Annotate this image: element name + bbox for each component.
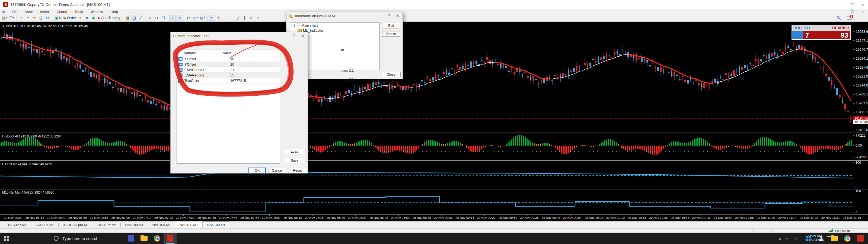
menu-charts[interactable]: Charts [53,10,71,14]
chart-area[interactable]: 16253.6016247.1516240.7016234.1016227.65… [0,22,868,221]
zoom-in-button[interactable]: ⊕ [147,15,153,21]
favorites-button[interactable]: ★ [31,15,37,21]
chart-shift-button[interactable]: ⇥ [176,15,182,21]
autotrading-button[interactable]: ▶AutoTrading [97,15,121,21]
mdi-close-button[interactable]: ✕ [862,10,864,13]
taskbar2-explorer-icon[interactable] [828,233,841,244]
tsi-dialog-titlebar[interactable]: Custom Indicator - TSI ? ✕ [170,32,308,39]
navigator-button[interactable]: ⌖ [25,15,31,21]
tray-volume-icon[interactable]: ◁ [794,236,797,241]
taskbar2-people-icon[interactable] [815,233,828,244]
input-variable-value[interactable]: 21 [228,68,234,72]
input-row-xoffset[interactable]: 123XOffset10 [177,56,280,62]
search-icon[interactable] [837,16,841,20]
trendline-button[interactable]: ╱ [235,15,241,21]
expert-funnel-button[interactable]: ▼ [77,15,83,21]
taskbar-chrome-icon[interactable] [151,233,163,244]
symbol-expand-icon[interactable]: ▼ [2,25,5,28]
menu-file[interactable]: File [8,10,21,14]
timeframes-button[interactable]: ◷▾ [192,15,198,21]
mdi-restore-button[interactable]: ❐ [851,10,854,13]
taskbar-teams-icon[interactable] [124,233,137,244]
input-variable-value[interactable]: 55 [228,73,234,77]
vertical-line-button[interactable]: │ [222,15,228,21]
chart-tab-1[interactable]: AUDJPY,M1 [31,221,59,228]
window-restore-button[interactable]: ❐ [851,3,854,7]
arrows-button[interactable]: ↗ [255,15,261,21]
cortana-search-icon[interactable] [54,236,59,241]
terminal-button[interactable]: ⊟ [44,15,51,21]
taskbar-mt4-icon[interactable] [163,233,177,244]
start-button[interactable] [0,233,13,244]
chart-tab-7[interactable]: NAS100,M1 [203,221,230,228]
zoom-out-button[interactable]: ⊖ [154,15,159,21]
tree-item-main-chart[interactable]: -∿Main chart [290,23,379,28]
templates-button[interactable]: ▧▾ [199,15,206,21]
taskbar2-mt4-icon[interactable] [854,233,867,244]
input-row-textcolor[interactable]: 123TextColor16777215 [177,78,280,84]
input-variable-value[interactable]: 10 [228,57,234,61]
input-row-yoffset[interactable]: 123YOffset10 [177,62,280,67]
input-variable-value[interactable]: 10 [228,62,234,66]
community-button[interactable]: ☻ [84,15,90,21]
taskbar2-windows-icon[interactable] [802,233,815,244]
indicators-button[interactable]: ƒ▾ [186,15,191,21]
profiles-button[interactable]: ❐▾ [8,15,15,21]
indicators-dialog-titlebar[interactable]: Indicators on NAS100,M1 ? ✕ [286,12,403,19]
market-watch-button[interactable]: ↕ [19,15,24,21]
channel-button[interactable]: ∥ [242,15,248,21]
delete-button[interactable]: Delete [382,31,400,37]
tray-keyboard-icon[interactable]: ▭ [786,236,789,241]
horizontal-line-button[interactable]: ─ [229,15,235,21]
bar-chart-button[interactable]: ||| [124,15,130,21]
window-close-button[interactable]: ✕ [861,3,864,7]
close-icon[interactable]: ✕ [396,13,399,18]
chart-tab-2[interactable]: XAUUSD.pro,M1 [59,221,93,228]
time-axis-line [0,215,868,215]
inputs-table[interactable]: Variable Value 123XOffset10123YOffset101… [177,50,280,164]
taskbar-search[interactable]: Type here to search [62,236,98,241]
menu-window[interactable]: Window [87,10,106,14]
notifications-icon[interactable]: 1 [847,16,852,20]
crosshair-button[interactable]: ✛ [216,15,222,21]
menu-tools[interactable]: Tools [71,10,87,14]
chart-tab-0[interactable]: NZDJPY,M1 [4,221,31,228]
data-window-button[interactable]: ▤ [38,15,44,21]
tree-expander-icon[interactable]: - [291,24,294,27]
save-button[interactable]: Save [284,158,305,163]
menu-help[interactable]: Help [107,10,122,14]
load-button[interactable]: Load [284,149,305,154]
close-icon[interactable]: ✕ [301,33,304,38]
new-order-button[interactable]: ▣New Order [54,15,77,21]
input-row-emaperiod2[interactable]: 123EMAPeriod255 [177,73,280,78]
edit-button[interactable]: Edit [382,23,400,28]
mdi-minimize-button[interactable]: — [840,10,843,13]
chart-tab-5[interactable]: NAS100,M1 [148,221,175,228]
taskbar2-chrome-icon[interactable] [841,233,854,244]
cancel-button[interactable]: Cancel [269,168,286,173]
input-row-emaperiod1[interactable]: 123EMAPeriod121 [177,67,280,73]
chart-tab-4[interactable]: NAS100,M1 [121,221,148,228]
tile-windows-button[interactable]: ❏ [160,15,166,21]
text-button[interactable]: A [248,15,254,21]
window-minimize-button[interactable]: — [840,3,844,7]
menu-view[interactable]: View [21,10,36,14]
chart-tab-6[interactable]: NAS100,M1 [175,221,203,228]
menu-insert[interactable]: Insert [36,10,53,14]
tray-hidden-icons-caret[interactable]: ∧ [778,236,781,241]
cursor-button[interactable]: ↖ [209,15,215,21]
new-chart-button[interactable]: ▦▾ [1,15,8,21]
reset-button[interactable]: Reset [289,168,306,173]
candlestick-chart-button[interactable]: ◫ [131,15,137,21]
signals-button[interactable]: ◉ [90,15,96,21]
chart-tab-3[interactable]: USDJPY,M5 [93,221,121,228]
auto-scroll-button[interactable]: ▸ [169,15,176,21]
help-icon[interactable]: ? [388,13,390,18]
ok-button[interactable]: OK [248,167,266,173]
help-icon[interactable]: ? [293,34,295,38]
price-chart[interactable]: 16253.6016247.1516240.7016234.1016227.65… [0,22,868,221]
taskbar-explorer-icon[interactable] [137,233,151,244]
line-chart-button[interactable]: ╱ [137,15,144,21]
input-variable-value[interactable]: 16777215 [228,79,246,83]
close-button[interactable]: Close [382,72,401,77]
